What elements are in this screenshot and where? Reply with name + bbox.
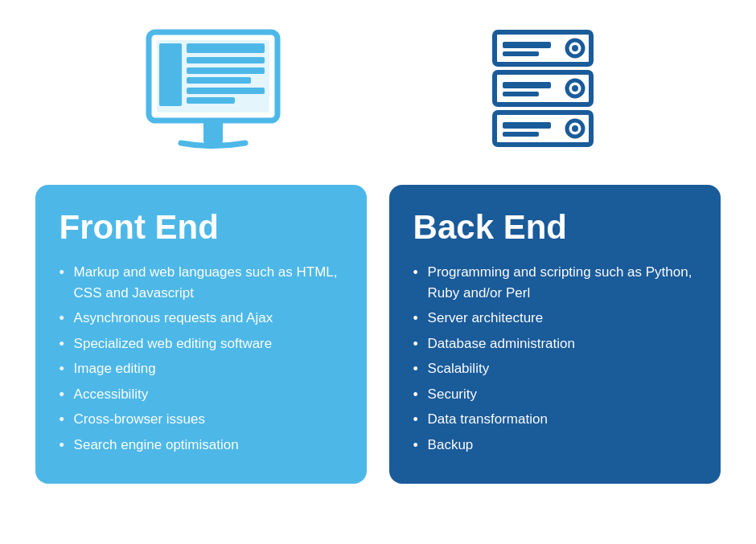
list-item: Cross-browser issues — [60, 409, 343, 430]
svg-rect-3 — [187, 43, 265, 53]
list-item: Database administration — [413, 333, 697, 354]
list-item: Markup and web languages such as HTML, C… — [60, 262, 343, 303]
frontend-title: Front End — [60, 209, 343, 246]
list-item: Scalability — [413, 358, 697, 379]
monitor-icon-container — [65, 24, 362, 169]
list-item: Image editing — [60, 358, 343, 379]
list-item: Security — [413, 384, 697, 405]
list-item: Search engine optimisation — [60, 435, 343, 456]
svg-point-19 — [572, 85, 578, 92]
cards-row: Front End Markup and web languages such … — [16, 185, 740, 484]
backend-card: Back End Programming and scripting such … — [389, 185, 721, 484]
svg-rect-11 — [503, 42, 551, 48]
icons-row — [16, 16, 740, 185]
list-item: Data transformation — [413, 409, 697, 430]
svg-rect-6 — [187, 77, 251, 84]
server-icon-container — [395, 24, 692, 169]
svg-rect-5 — [187, 67, 265, 74]
svg-rect-16 — [503, 82, 551, 88]
list-item: Asynchronous requests and Ajax — [60, 308, 343, 329]
svg-rect-2 — [159, 43, 182, 106]
svg-rect-9 — [203, 121, 223, 143]
backend-title: Back End — [413, 209, 697, 246]
list-item: Specialized web editing software — [60, 333, 343, 354]
list-item: Server architecture — [413, 308, 697, 329]
svg-rect-7 — [187, 88, 265, 94]
frontend-card: Front End Markup and web languages such … — [35, 185, 368, 484]
list-item: Backup — [413, 435, 697, 456]
frontend-list: Markup and web languages such as HTML, C… — [60, 262, 343, 455]
svg-rect-21 — [503, 122, 551, 129]
svg-rect-22 — [503, 132, 539, 137]
svg-point-14 — [572, 45, 578, 51]
backend-list: Programming and scripting such as Python… — [413, 262, 697, 455]
list-item: Programming and scripting such as Python… — [413, 262, 697, 303]
svg-rect-4 — [187, 57, 265, 63]
svg-point-24 — [572, 125, 578, 132]
svg-rect-12 — [503, 51, 539, 56]
monitor-icon — [133, 24, 294, 169]
svg-rect-8 — [187, 97, 235, 104]
list-item: Accessibility — [60, 384, 343, 405]
svg-rect-17 — [503, 92, 539, 96]
server-icon — [479, 24, 607, 169]
